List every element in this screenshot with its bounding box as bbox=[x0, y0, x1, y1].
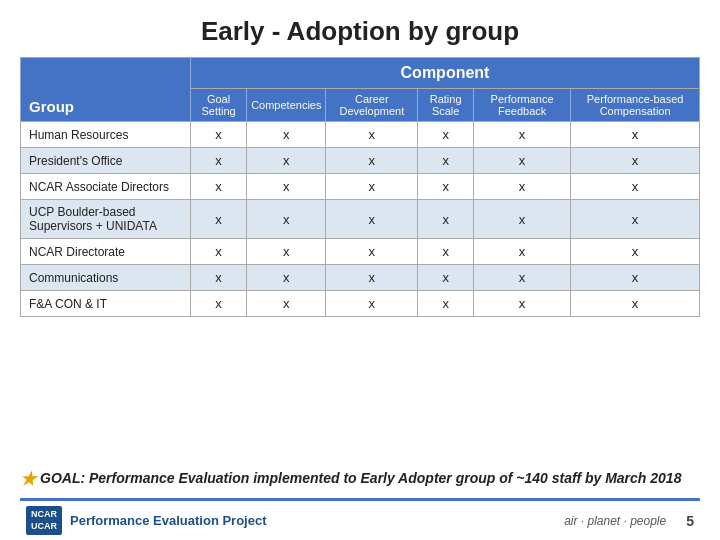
footer-title: Performance Evaluation Project bbox=[70, 513, 267, 528]
group-cell: President's Office bbox=[21, 148, 191, 174]
value-cell: x bbox=[571, 291, 700, 317]
value-cell: x bbox=[191, 291, 247, 317]
column-header: Career Development bbox=[326, 89, 418, 122]
column-header: Competencies bbox=[247, 89, 326, 122]
ncar-badge: NCAR UCAR bbox=[26, 506, 62, 535]
value-cell: x bbox=[247, 174, 326, 200]
value-cell: x bbox=[474, 265, 571, 291]
value-cell: x bbox=[326, 148, 418, 174]
table-row: NCAR Associate Directorsxxxxxx bbox=[21, 174, 700, 200]
group-cell: Communications bbox=[21, 265, 191, 291]
value-cell: x bbox=[247, 122, 326, 148]
group-cell: UCP Boulder-based Supervisors + UNIDATA bbox=[21, 200, 191, 239]
value-cell: x bbox=[571, 200, 700, 239]
value-cell: x bbox=[418, 200, 474, 239]
value-cell: x bbox=[474, 122, 571, 148]
value-cell: x bbox=[418, 239, 474, 265]
value-cell: x bbox=[326, 239, 418, 265]
table-row: President's Officexxxxxx bbox=[21, 148, 700, 174]
value-cell: x bbox=[474, 148, 571, 174]
group-cell: Human Resources bbox=[21, 122, 191, 148]
value-cell: x bbox=[571, 174, 700, 200]
value-cell: x bbox=[418, 174, 474, 200]
column-header: Performance Feedback bbox=[474, 89, 571, 122]
value-cell: x bbox=[326, 265, 418, 291]
value-cell: x bbox=[474, 174, 571, 200]
value-cell: x bbox=[571, 239, 700, 265]
value-cell: x bbox=[418, 122, 474, 148]
star-icon: ★ bbox=[20, 470, 36, 490]
value-cell: x bbox=[474, 291, 571, 317]
value-cell: x bbox=[247, 265, 326, 291]
table-row: NCAR Directoratexxxxxx bbox=[21, 239, 700, 265]
table-row: Communicationsxxxxxx bbox=[21, 265, 700, 291]
value-cell: x bbox=[191, 122, 247, 148]
footer-tagline: air · planet · people bbox=[564, 514, 686, 528]
value-cell: x bbox=[191, 148, 247, 174]
table-row: F&A CON & ITxxxxxx bbox=[21, 291, 700, 317]
page-title: Early - Adoption by group bbox=[20, 10, 700, 47]
column-header: Performance-based Compensation bbox=[571, 89, 700, 122]
value-cell: x bbox=[474, 200, 571, 239]
adoption-table: Group Component Goal SettingCompetencies… bbox=[20, 57, 700, 317]
footer: NCAR UCAR Performance Evaluation Project… bbox=[20, 498, 700, 540]
value-cell: x bbox=[326, 122, 418, 148]
value-cell: x bbox=[571, 148, 700, 174]
table-row: Human Resourcesxxxxxx bbox=[21, 122, 700, 148]
footer-page: 5 bbox=[686, 513, 694, 529]
value-cell: x bbox=[326, 200, 418, 239]
value-cell: x bbox=[247, 200, 326, 239]
group-cell: F&A CON & IT bbox=[21, 291, 191, 317]
value-cell: x bbox=[191, 239, 247, 265]
table-row: UCP Boulder-based Supervisors + UNIDATAx… bbox=[21, 200, 700, 239]
value-cell: x bbox=[418, 265, 474, 291]
value-cell: x bbox=[474, 239, 571, 265]
group-cell: NCAR Associate Directors bbox=[21, 174, 191, 200]
table-body: Human ResourcesxxxxxxPresident's Officex… bbox=[21, 122, 700, 317]
value-cell: x bbox=[191, 200, 247, 239]
value-cell: x bbox=[191, 265, 247, 291]
column-header: Rating Scale bbox=[418, 89, 474, 122]
footer-left: NCAR UCAR Performance Evaluation Project bbox=[26, 506, 267, 535]
column-header: Goal Setting bbox=[191, 89, 247, 122]
group-header: Group bbox=[21, 58, 191, 122]
goal-statement: ★ GOAL: Performance Evaluation implement… bbox=[20, 468, 700, 492]
value-cell: x bbox=[571, 122, 700, 148]
value-cell: x bbox=[191, 174, 247, 200]
table-wrapper: Group Component Goal SettingCompetencies… bbox=[20, 57, 700, 462]
value-cell: x bbox=[247, 291, 326, 317]
page-container: Early - Adoption by group Group Componen… bbox=[0, 0, 720, 540]
value-cell: x bbox=[418, 148, 474, 174]
value-cell: x bbox=[326, 291, 418, 317]
value-cell: x bbox=[418, 291, 474, 317]
value-cell: x bbox=[247, 239, 326, 265]
value-cell: x bbox=[571, 265, 700, 291]
group-cell: NCAR Directorate bbox=[21, 239, 191, 265]
value-cell: x bbox=[326, 174, 418, 200]
value-cell: x bbox=[247, 148, 326, 174]
component-header: Component bbox=[191, 58, 700, 89]
